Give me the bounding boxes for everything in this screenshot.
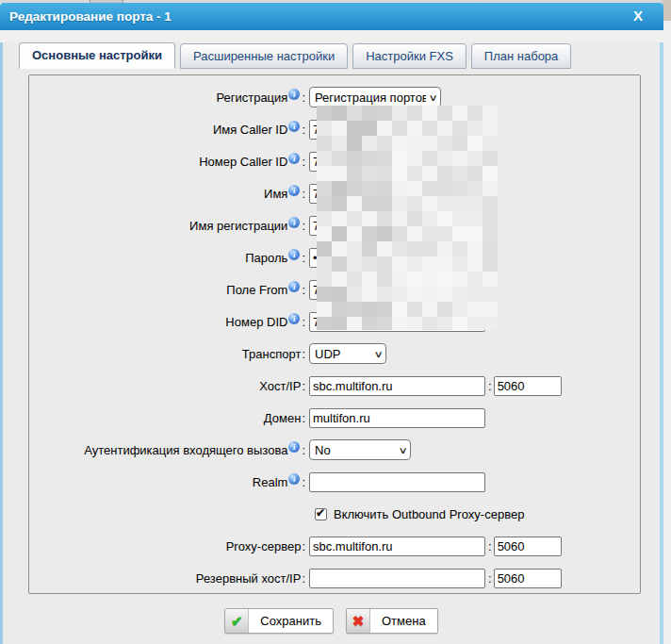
label-colon: : [302,91,305,105]
tab-0[interactable]: Основные настройки [19,42,175,69]
check-icon: ✔ [225,609,249,633]
realm-control [309,472,485,492]
label-colon: : [302,443,305,457]
caller-id-name-label: Имя Caller IDi: [29,123,305,137]
label-text: Номер Caller ID [199,155,287,169]
info-icon[interactable]: i [288,153,300,164]
port-colon: : [488,379,492,393]
info-icon[interactable]: i [288,217,300,228]
label-colon: : [302,475,305,489]
info-icon[interactable]: i [288,473,300,485]
registration-label: Регистрацияi: [29,91,305,105]
label-text: Резервный хост/IP [196,571,302,586]
backup-host-ip-port-input[interactable] [494,569,562,588]
cancel-button[interactable]: ✖ Отмена [346,608,438,634]
port-colon: : [488,571,492,586]
save-button-label: Сохранить [249,609,333,633]
form-row-proxy-server: Proxy-сервер:: [29,530,640,562]
host-ip-control: : [309,376,562,396]
form-row-incoming-auth: Аутентификация входящего вызоваi:No∨ [29,434,640,466]
form-row-domain: Домен: [29,402,640,434]
footer-buttons: ✔ Сохранить ✖ Отмена [3,608,660,634]
label-text: Регистрация [216,91,287,105]
host-ip-port-input[interactable] [494,376,562,396]
label-text: Имя Caller ID [213,123,288,137]
info-icon[interactable]: i [288,249,300,260]
label-colon: : [302,411,305,425]
tab-3[interactable]: План набора [471,43,572,69]
domain-control [309,408,485,428]
label-colon: : [302,379,305,393]
close-icon[interactable]: X [633,8,643,25]
proxy-server-port-input[interactable] [494,537,562,556]
label-text: Имя регистрации [189,219,287,233]
backup-host-ip-label: Резервный хост/IP: [29,571,305,586]
label-text: Транспорт [242,347,302,361]
label-text: Хост/IP [259,379,301,393]
incoming-auth-label: Аутентификация входящего вызоваi: [29,443,305,457]
incoming-auth-control: No∨ [309,439,411,460]
info-icon[interactable]: i [288,89,300,100]
cross-icon: ✖ [347,609,370,633]
label-colon: : [302,123,305,137]
form-row-realm: Realmi: [29,466,640,498]
register-name-label: Имя регистрацииi: [29,219,305,233]
info-icon[interactable]: i [288,121,300,132]
domain-input[interactable] [309,408,485,428]
realm-label: Realmi: [29,475,305,489]
label-text: Proxy-сервер [226,539,302,553]
label-colon: : [302,155,305,169]
form-row-outbound-proxy-enable: ✔Включить Outbound Proxy-сервер [29,498,640,530]
label-colon: : [302,251,305,265]
host-ip-label: Хост/IP: [29,379,305,393]
tab-1[interactable]: Расширенные настройки [180,43,348,69]
host-ip-input[interactable] [309,376,485,396]
proxy-server-control: : [309,537,562,556]
proxy-server-label: Proxy-сервер: [29,539,305,553]
label-colon: : [302,347,305,361]
did-number-label: Номер DIDi: [29,315,305,329]
label-colon: : [302,283,305,297]
name-label: Имяi: [29,187,305,201]
realm-input[interactable] [309,472,485,492]
proxy-server-input[interactable] [309,537,485,556]
info-icon[interactable]: i [288,281,300,292]
label-text: Пароль [245,251,287,265]
registration-select[interactable]: Регистрация портов∨ [309,87,441,107]
label-text: Поле From [226,283,287,297]
transport-label: Транспорт: [29,347,305,361]
tab-2[interactable]: Настройки FXS [352,43,466,69]
label-colon: : [302,219,305,233]
incoming-auth-select[interactable]: No∨ [309,439,411,460]
info-icon[interactable]: i [288,441,300,453]
form-row-transport: Транспорт:UDP∨ [29,338,640,370]
tab-bar: Основные настройкиРасширенные настройкиН… [19,42,660,69]
info-icon[interactable]: i [288,313,300,324]
label-text: Имя [264,187,287,201]
port-colon: : [488,539,492,553]
backup-host-ip-input[interactable] [309,569,485,588]
outbound-proxy-enable-checkbox[interactable]: ✔ [315,508,327,520]
chevron-down-icon: ∨ [373,349,383,359]
label-text: Домен [264,411,302,425]
label-text: Realm [253,475,288,489]
label-colon: : [302,187,305,201]
label-text: Аутентификация входящего вызова [84,443,287,457]
chevron-down-icon: ∨ [428,92,437,103]
save-button[interactable]: ✔ Сохранить [224,608,334,634]
registration-control: Регистрация портов∨ [309,87,441,107]
form-row-host-ip: Хост/IP:: [29,370,640,402]
select-value: No [315,443,396,457]
backup-host-ip-control: : [309,569,562,588]
outbound-proxy-enable-label: Включить Outbound Proxy-сервер [334,507,524,521]
dialog-titlebar: Редактирование порта - 1 X [0,3,663,30]
domain-label: Домен: [29,411,305,425]
caller-id-number-label: Номер Caller IDi: [29,155,305,169]
label-colon: : [302,315,305,329]
info-icon[interactable]: i [288,185,300,196]
transport-select[interactable]: UDP∨ [309,343,386,364]
chevron-down-icon: ∨ [398,445,407,455]
password-label: Парольi: [29,251,305,265]
label-colon: : [302,539,305,553]
background-page-corner [663,0,671,21]
